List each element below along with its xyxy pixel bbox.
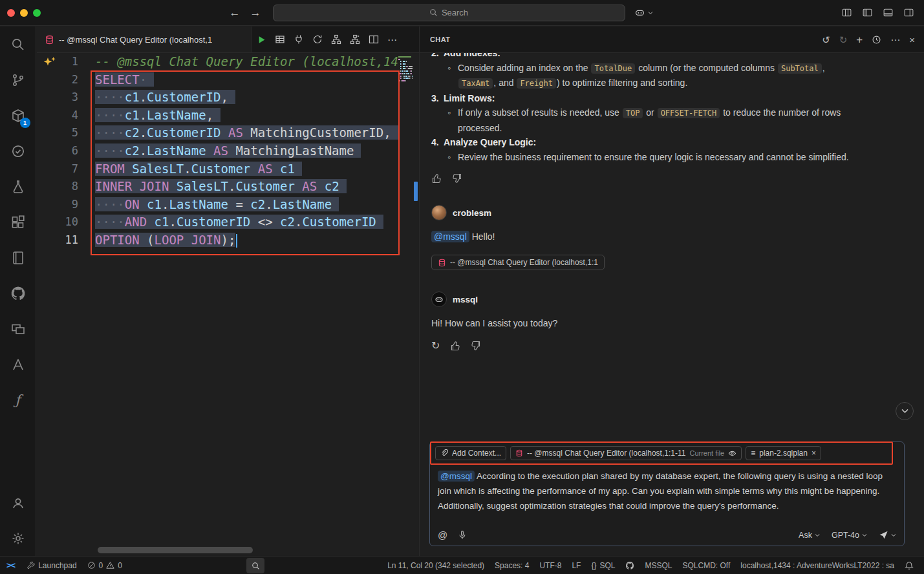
run-debug-view-button[interactable] [0, 169, 36, 204]
language-mode-item[interactable]: {} SQL [586, 557, 620, 574]
editor-tab[interactable]: -- @mssql Chat Query Editor (localhost,1 [37, 27, 252, 52]
estimated-plan-button[interactable] [331, 34, 341, 45]
regenerate-icon[interactable]: ↻ [431, 341, 440, 351]
code-line[interactable]: ····c2.CustomerID AS MatchingCustomerID, [95, 124, 398, 142]
thumbs-down-icon[interactable] [471, 341, 481, 351]
remote-indicator[interactable]: >< [0, 560, 21, 570]
mention-button[interactable]: @ [438, 530, 447, 540]
code-line[interactable]: FROM SalesLT.Customer AS c1 [95, 160, 398, 178]
mention-chip[interactable]: @mssql [431, 231, 469, 242]
navigate-back-button[interactable]: ← [230, 6, 241, 19]
maximize-window-button[interactable] [33, 9, 41, 17]
model-dropdown[interactable]: GPT-4o [832, 531, 867, 540]
code-area[interactable]: -- @mssql Chat Query Editor (localhost,1… [95, 53, 398, 556]
code-line[interactable]: INNER JOIN SalesLT.Customer AS c2 [95, 178, 398, 196]
chat-conversation[interactable]: 2.Add Indexes:◦Consider adding an index … [420, 53, 924, 438]
mssql-status-item[interactable]: MSSQL [639, 557, 677, 574]
sqlcmd-status-item[interactable]: SQLCMD: Off [678, 557, 736, 574]
remove-chip-icon[interactable]: × [811, 449, 816, 457]
code-editor[interactable]: 1234567891011 -- @mssql Chat Query Edito… [37, 53, 419, 556]
code-line[interactable]: -- @mssql Chat Query Editor (localhost,1… [95, 53, 398, 71]
remote-explorer-view-button[interactable]: 1 [0, 98, 36, 133]
toggle-primary-sidebar-button[interactable] [862, 7, 873, 18]
plan-file-chip[interactable]: ≡ plan-2.sqlplan × [746, 446, 821, 460]
github-status-item[interactable] [620, 557, 639, 574]
minimize-window-button[interactable] [20, 9, 28, 17]
mode-dropdown[interactable]: Ask [799, 531, 820, 540]
undo-edits-button[interactable]: ↺ [822, 35, 830, 45]
problems-status-item[interactable]: 0 0 [82, 557, 127, 574]
close-window-button[interactable] [7, 9, 15, 17]
code-line[interactable]: ····c2.LastName AS MatchingLastName [95, 142, 398, 160]
more-actions-button[interactable]: ⋯ [387, 35, 397, 45]
notebooks-view-button[interactable] [0, 240, 36, 275]
file-context-chip[interactable]: -- @mssql Chat Query Editor (localhost,1… [510, 446, 742, 460]
change-connection-button[interactable] [312, 34, 323, 45]
code-line[interactable]: ····c1.CustomerID, [95, 89, 398, 107]
account-icon [10, 495, 26, 511]
chat-input-message[interactable]: @mssql According to the execution plan s… [430, 464, 904, 529]
disconnect-button[interactable] [294, 34, 304, 45]
cursor-position-item[interactable]: Ln 11, Col 20 (342 selected) [382, 557, 489, 574]
testing-view-button[interactable] [0, 133, 36, 169]
code-line[interactable]: SELECT· [95, 71, 398, 89]
source-control-view-button[interactable] [0, 62, 36, 98]
eol-item[interactable]: LF [566, 557, 586, 574]
code-line[interactable]: OPTION (LOOP JOIN); [95, 231, 398, 250]
run-query-button[interactable] [257, 35, 266, 45]
send-button[interactable] [879, 530, 896, 540]
navigate-forward-button[interactable]: → [250, 6, 261, 19]
azure-view-button[interactable] [0, 346, 36, 382]
thumbs-up-icon[interactable] [431, 173, 442, 184]
toggle-panel-button[interactable] [883, 7, 894, 18]
code-token: c2 [280, 215, 295, 229]
code-line[interactable]: ····c1.LastName, [95, 107, 398, 125]
code-line[interactable]: ····ON c1.LastName = c2.LastName [95, 196, 398, 214]
copilot-menu[interactable] [634, 6, 653, 19]
horizontal-scrollbar[interactable] [98, 547, 253, 553]
eye-icon[interactable] [728, 449, 736, 458]
code-token: LastName [169, 197, 228, 211]
copilot-sparkle-icon[interactable] [43, 56, 57, 68]
chat-panel-header: CHAT ↺ ↻ + ⋯ × [420, 27, 924, 53]
add-context-button[interactable]: Add Context... [435, 446, 506, 460]
scroll-to-bottom-button[interactable] [896, 402, 914, 420]
inline-code: SubTotal [778, 63, 822, 74]
connection-status-item[interactable]: localhost,1434 : AdventureWorksLT2022 : … [735, 557, 899, 574]
code-token: AND [125, 215, 147, 229]
settings-button[interactable] [0, 520, 36, 556]
command-center-search[interactable]: Search [273, 5, 625, 21]
thumbs-up-icon[interactable] [450, 341, 460, 351]
toggle-secondary-sidebar-button[interactable] [903, 7, 914, 18]
chat-input-container[interactable]: Add Context... -- @mssql Chat Query Edit… [429, 441, 905, 546]
chat-history-button[interactable] [872, 35, 881, 45]
accounts-button[interactable] [0, 485, 36, 520]
microphone-icon[interactable] [458, 530, 467, 540]
database-projects-view-button[interactable]: ƒ [0, 382, 36, 418]
launchpad-status-item[interactable]: Launchpad [21, 557, 81, 574]
actual-plan-button[interactable] [350, 34, 360, 45]
line-number: 8 [37, 178, 95, 196]
more-actions-button[interactable]: ⋯ [890, 35, 900, 45]
customize-layout-button[interactable] [841, 7, 852, 18]
new-chat-button[interactable]: + [856, 34, 863, 45]
remote-windows-view-button[interactable] [0, 311, 36, 346]
extensions-view-button[interactable] [0, 204, 36, 240]
indentation-item[interactable]: Spaces: 4 [489, 557, 534, 574]
minimap[interactable] [398, 53, 413, 556]
code-line[interactable]: ····AND c1.CustomerID <> c2.CustomerID [95, 213, 398, 231]
extensions-icon [10, 215, 26, 230]
zoom-button[interactable] [246, 558, 264, 573]
close-panel-button[interactable]: × [909, 35, 915, 45]
encoding-item[interactable]: UTF-8 [534, 557, 566, 574]
bullet-icon: ◦ [447, 150, 458, 165]
message-attachment-chip[interactable]: -- @mssql Chat Query Editor (localhost,1… [431, 255, 605, 270]
code-token: AS [228, 125, 243, 140]
redo-edits-button[interactable]: ↻ [839, 35, 848, 45]
thumbs-down-icon[interactable] [452, 173, 462, 184]
results-grid-button[interactable] [275, 34, 285, 45]
notifications-bell-icon[interactable] [899, 557, 919, 574]
search-view-button[interactable] [0, 27, 36, 62]
github-view-button[interactable] [0, 275, 36, 311]
split-editor-button[interactable] [369, 34, 379, 45]
